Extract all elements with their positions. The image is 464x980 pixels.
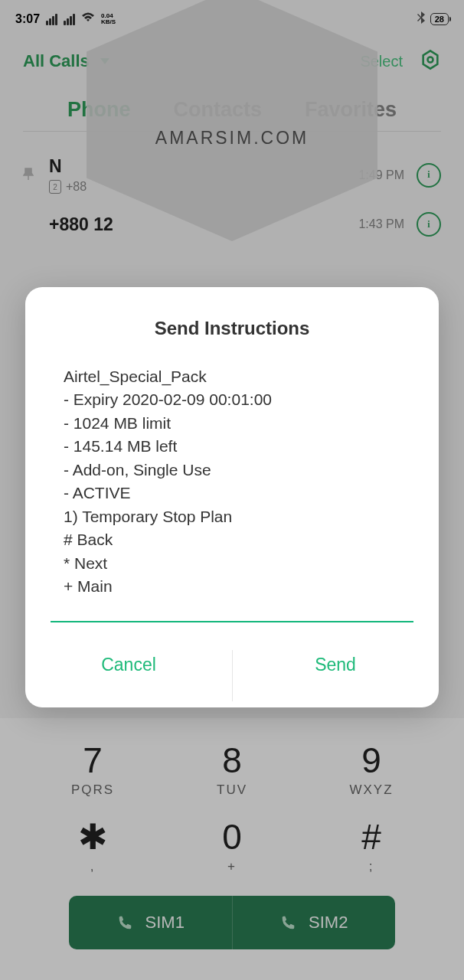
ussd-line: # Back (64, 528, 400, 551)
cancel-button[interactable]: Cancel (25, 644, 232, 686)
ussd-line: - Add-on, Single Use (64, 459, 400, 482)
ussd-line: Airtel_Special_Pack (64, 365, 400, 388)
ussd-input[interactable] (51, 621, 413, 622)
ussd-line: - 1024 MB limit (64, 412, 400, 435)
dialog-title: Send Instructions (25, 318, 439, 339)
ussd-dialog: Send Instructions Airtel_Special_Pack - … (25, 287, 439, 707)
ussd-line: * Next (64, 552, 400, 575)
ussd-line: + Main (64, 575, 400, 598)
ussd-line: - 145.14 MB left (64, 435, 400, 458)
send-button[interactable]: Send (232, 644, 439, 686)
ussd-line: - ACTIVE (64, 482, 400, 505)
dialog-body: Airtel_Special_Pack - Expiry 2020-02-09 … (25, 365, 439, 598)
ussd-line: - Expiry 2020-02-09 00:01:00 (64, 388, 400, 411)
ussd-line: 1) Temporary Stop Plan (64, 505, 400, 528)
